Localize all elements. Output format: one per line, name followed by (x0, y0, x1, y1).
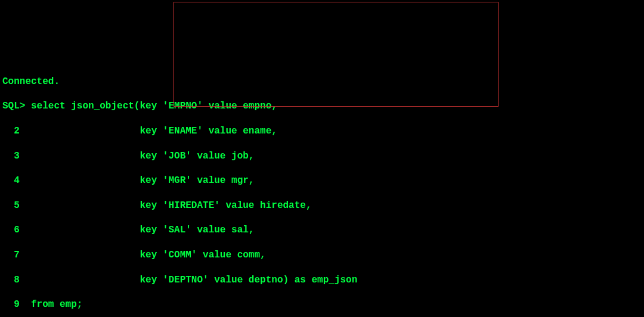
sql-line: 2 key 'ENAME' value ename, (2, 125, 642, 138)
sql-line: SQL> select json_object(key 'EMPNO' valu… (2, 100, 642, 113)
sql-line: 8 key 'DEPTNO' value deptno) as emp_json (2, 274, 642, 287)
query-highlight-box (174, 2, 499, 107)
sql-line: 7 key 'COMM' value comm, (2, 249, 642, 262)
sql-line: 5 key 'HIREDATE' value hiredate, (2, 200, 642, 212)
sql-line: 9 from emp; (2, 299, 642, 311)
sql-line: 6 key 'SAL' value sal, (2, 224, 642, 237)
connected-line: Connected. (2, 76, 642, 88)
sql-line: 4 key 'MGR' value mgr, (2, 175, 642, 187)
sql-line: 3 key 'JOB' value job, (2, 150, 642, 163)
